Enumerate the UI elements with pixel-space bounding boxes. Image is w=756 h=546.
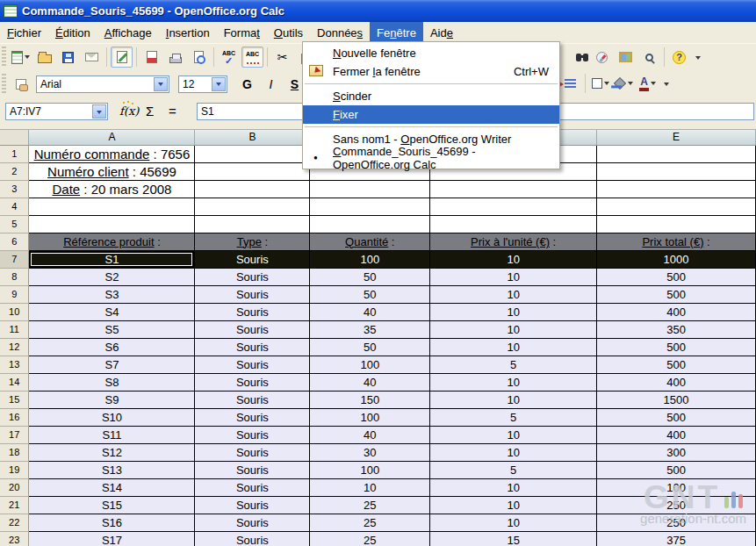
cell-D6[interactable]: Prix à l'unité (€) : — [430, 233, 597, 250]
zoom-button[interactable] — [638, 47, 660, 68]
chevron-down-icon[interactable] — [604, 82, 609, 88]
cell-D5[interactable] — [430, 215, 597, 233]
cell-A5[interactable] — [29, 215, 195, 233]
cell-A16[interactable]: S10 — [29, 408, 195, 426]
cell-C6[interactable]: Quantité : — [310, 233, 430, 250]
cell-C3[interactable] — [310, 180, 430, 198]
row-20-header[interactable]: 20 — [0, 478, 29, 496]
cell-A1[interactable]: Numéro commande : 7656 — [29, 145, 195, 162]
row-16-header[interactable]: 16 — [0, 408, 29, 426]
cell-A11[interactable]: S5 — [29, 320, 195, 338]
menu-item-nouvelle-fenetre[interactable]: Nouvelle fenêtre — [303, 44, 559, 62]
cell-E8[interactable]: 500 — [597, 268, 756, 285]
cell-A8[interactable]: S2 — [29, 268, 195, 285]
menu-insertion[interactable]: Insertion — [159, 22, 217, 43]
cell-C18[interactable]: 30 — [310, 443, 430, 461]
cell-E1[interactable] — [597, 145, 756, 162]
cell-E20[interactable]: 100 — [597, 478, 756, 496]
row-1-header[interactable]: 1 — [0, 145, 29, 162]
cell-D19[interactable]: 5 — [430, 461, 597, 478]
cell-C14[interactable]: 40 — [310, 373, 430, 391]
cell-A15[interactable]: S9 — [29, 391, 195, 408]
chevron-down-icon[interactable] — [25, 55, 30, 61]
row-21-header[interactable]: 21 — [0, 496, 29, 514]
cell-D10[interactable]: 10 — [430, 303, 597, 320]
cell-C19[interactable]: 100 — [310, 461, 430, 478]
chevron-down-icon[interactable] — [651, 82, 656, 88]
row-5-header[interactable]: 5 — [0, 215, 29, 233]
cell-D14[interactable]: 10 — [430, 373, 597, 391]
cell-B7[interactable]: Souris — [195, 250, 310, 268]
cell-A6[interactable]: Référence produit : — [29, 233, 195, 250]
cell-D20[interactable]: 10 — [430, 478, 597, 496]
edit-file-button[interactable] — [111, 47, 133, 68]
cell-A20[interactable]: S14 — [29, 478, 195, 496]
font-color-button[interactable] — [637, 73, 659, 94]
cell-A17[interactable]: S11 — [29, 426, 195, 443]
chevron-down-icon[interactable] — [628, 82, 633, 88]
cell-E3[interactable] — [597, 180, 756, 198]
cell-C10[interactable]: 40 — [310, 303, 430, 320]
find-replace-button[interactable] — [567, 47, 589, 68]
cell-B18[interactable]: Souris — [195, 443, 310, 461]
col-a-header[interactable]: A — [29, 130, 195, 145]
toolbar-grip[interactable] — [2, 47, 6, 68]
row-8-header[interactable]: 8 — [0, 268, 29, 285]
cell-B11[interactable]: Souris — [195, 320, 310, 338]
cell-A21[interactable]: S15 — [29, 496, 195, 514]
cell-B5[interactable] — [195, 215, 310, 233]
cell-B14[interactable]: Souris — [195, 373, 310, 391]
row-9-header[interactable]: 9 — [0, 285, 29, 303]
cell-B21[interactable]: Souris — [195, 496, 310, 514]
cell-E21[interactable]: 250 — [597, 496, 756, 514]
row-2-header[interactable]: 2 — [0, 162, 29, 180]
cell-C17[interactable]: 40 — [310, 426, 430, 443]
menu-affichage[interactable]: Affichage — [97, 22, 159, 43]
gallery-button[interactable] — [615, 47, 637, 68]
new-document-button[interactable] — [10, 47, 32, 68]
increase-indent-button[interactable] — [559, 73, 581, 94]
font-size-dropdown-button[interactable] — [212, 77, 226, 91]
cell-B17[interactable]: Souris — [195, 426, 310, 443]
row-17-header[interactable]: 17 — [0, 426, 29, 443]
cell-C11[interactable]: 35 — [310, 320, 430, 338]
cell-B20[interactable]: Souris — [195, 478, 310, 496]
cell-D15[interactable]: 10 — [430, 391, 597, 408]
cell-A3[interactable]: Date : 20 mars 2008 — [29, 180, 195, 198]
cell-A18[interactable]: S12 — [29, 443, 195, 461]
cell-D12[interactable]: 10 — [430, 338, 597, 356]
cell-D4[interactable] — [430, 198, 597, 215]
cell-D23[interactable]: 15 — [430, 531, 597, 546]
cell-E23[interactable]: 375 — [597, 531, 756, 546]
cell-A2[interactable]: Numéro client : 45699 — [29, 162, 195, 180]
menu-fichier[interactable]: Fichier — [0, 22, 48, 43]
cell-D18[interactable]: 10 — [430, 443, 597, 461]
cell-C20[interactable]: 10 — [310, 478, 430, 496]
cell-C9[interactable]: 50 — [310, 285, 430, 303]
cell-D17[interactable]: 10 — [430, 426, 597, 443]
toolbar-grip[interactable] — [2, 74, 6, 95]
cell-B13[interactable]: Souris — [195, 356, 310, 373]
spellcheck-button[interactable] — [218, 47, 240, 68]
row-11-header[interactable]: 11 — [0, 320, 29, 338]
cell-A4[interactable] — [29, 198, 195, 215]
cell-A7[interactable]: S1 — [29, 250, 195, 268]
cell-B19[interactable]: Souris — [195, 461, 310, 478]
col-e-header[interactable]: E — [597, 130, 756, 145]
font-size-combo[interactable]: 12 — [178, 75, 227, 93]
cell-A10[interactable]: S4 — [29, 303, 195, 320]
cell-A23[interactable]: S17 — [29, 531, 195, 546]
row-4-header[interactable]: 4 — [0, 198, 29, 215]
name-box-dropdown-button[interactable] — [92, 104, 106, 119]
cell-D8[interactable]: 10 — [430, 268, 597, 285]
cell-E5[interactable] — [597, 215, 756, 233]
menu-fenetre[interactable]: Fenêtre — [370, 22, 423, 43]
cell-A22[interactable]: S16 — [29, 514, 195, 531]
cell-C21[interactable]: 25 — [310, 496, 430, 514]
cell-E17[interactable]: 400 — [597, 426, 756, 443]
row-10-header[interactable]: 10 — [0, 303, 29, 320]
cell-D11[interactable]: 10 — [430, 320, 597, 338]
cell-A9[interactable]: S3 — [29, 285, 195, 303]
cell-C13[interactable]: 100 — [310, 356, 430, 373]
sum-button[interactable]: Σ — [146, 104, 154, 119]
